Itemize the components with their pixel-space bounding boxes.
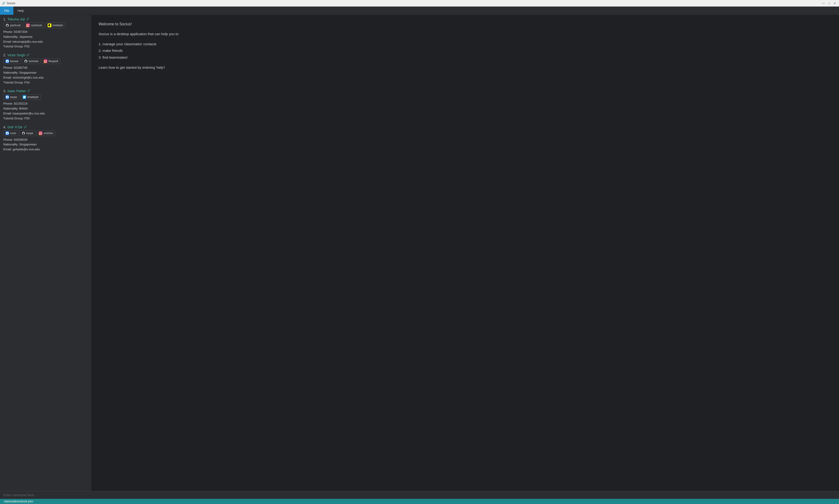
contact-number: 2. — [3, 53, 6, 57]
instagram-icon — [44, 59, 47, 63]
contact-detail-line: Phone: 92150219 — [3, 101, 88, 106]
instagram-icon — [26, 23, 30, 27]
contact-entry: 1.Tokuma Joji pactruck cashauto orieldam… — [3, 17, 88, 49]
social-handle: uniction — [44, 131, 53, 135]
contact-detail-line: Email: isaacparker@u.nus.edu — [3, 111, 88, 116]
welcome-description: Socius is a desktop application that can… — [99, 31, 832, 37]
github-icon — [5, 23, 9, 27]
social-handle: pactruck — [10, 24, 21, 27]
menu-bar: File Help — [0, 6, 839, 15]
title-bar-controls: — □ ✕ — [821, 1, 837, 6]
social-tags: taope shabbyte — [3, 94, 88, 100]
social-tag-facebook[interactable]: taope — [3, 94, 19, 100]
social-tag-github[interactable]: loorksla — [22, 58, 40, 64]
contact-name[interactable]: Goh Yi De — [7, 125, 22, 129]
social-tags: twoear loorksla flexpedl — [3, 58, 88, 64]
contact-detail: Phone: 82280746Nationality: SingaporeanE… — [3, 66, 88, 85]
social-tag-instagram[interactable]: uniction — [37, 130, 55, 136]
social-tag-github[interactable]: taope — [19, 130, 35, 136]
social-tag-snapchat[interactable]: orieldam — [46, 22, 65, 28]
contact-number: 4. — [3, 125, 6, 129]
bottom-bar: .\data\addressbook.json — [0, 491, 839, 504]
app-icon: 🔗 — [2, 2, 5, 5]
social-tag-facebook[interactable]: rozio — [3, 130, 18, 136]
title-bar-left: 🔗 Socius — [2, 2, 15, 5]
contact-header: 4.Goh Yi De — [3, 125, 88, 129]
social-handle: orieldam — [52, 24, 63, 27]
contact-detail-line: Tutorial Group: F04 — [3, 80, 88, 85]
contact-entry: 3.Isaac Parker taope shabbytePhone: 9215… — [3, 89, 88, 121]
main-content: 1.Tokuma Joji pactruck cashauto orieldam… — [0, 15, 839, 491]
contact-detail-line: Email: gohyide@u.nus.edu — [3, 147, 88, 152]
status-bar: .\data\addressbook.json — [0, 499, 839, 504]
contact-entry: 4.Goh Yi De rozio taope unictionPhone: 9… — [3, 125, 88, 152]
github-icon — [24, 59, 28, 63]
status-text: .\data\addressbook.json — [3, 500, 33, 503]
snapchat-icon — [48, 23, 51, 27]
welcome-list-item: 3. find teammates! — [99, 54, 832, 61]
contact-entry: 2.Victor Singh twoear loorksla flexpedlP… — [3, 53, 88, 85]
contact-number: 3. — [3, 89, 6, 93]
social-tag-instagram[interactable]: cashauto — [24, 22, 45, 28]
contact-header: 2.Victor Singh — [3, 53, 88, 57]
welcome-list-item: 2. make friends — [99, 47, 832, 54]
social-tag-twitter[interactable]: shabbyte — [20, 94, 41, 100]
link-icon[interactable] — [27, 53, 29, 57]
contact-name[interactable]: Tokuma Joji — [7, 17, 25, 21]
contact-detail: Phone: 93209530Nationality: SingaporeanE… — [3, 138, 88, 152]
contact-detail-line: Phone: 93387304 — [3, 30, 88, 35]
contact-detail-line: Email: victorsingh@u.nus.edu — [3, 75, 88, 80]
title-bar: 🔗 Socius — □ ✕ — [0, 0, 839, 6]
social-handle: shabbyte — [27, 95, 39, 99]
welcome-help: Learn how to get started by entering 'he… — [99, 66, 832, 69]
contact-detail-line: Nationality: British — [3, 106, 88, 111]
contact-detail-line: Nationality: Japanese — [3, 35, 88, 39]
social-handle: loorksla — [29, 59, 38, 63]
contact-header: 3.Isaac Parker — [3, 89, 88, 93]
social-handle: taope — [26, 131, 33, 135]
contact-detail-line: Phone: 93209530 — [3, 138, 88, 142]
welcome-panel: Welcome to Socius! Socius is a desktop a… — [91, 15, 839, 491]
command-input-container — [0, 491, 839, 499]
contact-header: 1.Tokuma Joji — [3, 17, 88, 21]
facebook-icon — [5, 59, 9, 63]
social-tags: pactruck cashauto orieldam — [3, 22, 88, 28]
social-tag-instagram[interactable]: flexpedl — [41, 58, 60, 64]
social-handle: cashauto — [31, 24, 42, 27]
welcome-list: 1. manage your classmates' contacts2. ma… — [99, 41, 832, 61]
link-icon[interactable] — [24, 125, 27, 129]
social-handle: flexpedl — [48, 59, 58, 63]
facebook-icon — [5, 131, 9, 135]
menu-item-help[interactable]: Help — [13, 6, 28, 15]
instagram-icon — [39, 131, 42, 135]
contact-detail: Phone: 92150219Nationality: BritishEmail… — [3, 101, 88, 121]
github-icon — [22, 131, 25, 135]
app-title: Socius — [7, 2, 15, 5]
social-tag-facebook[interactable]: twoear — [3, 58, 21, 64]
contact-detail: Phone: 93387304Nationality: JapaneseEmai… — [3, 30, 88, 49]
social-tags: rozio taope uniction — [3, 130, 88, 136]
contact-name[interactable]: Isaac Parker — [7, 89, 26, 93]
twitter-icon — [22, 95, 26, 99]
social-handle: rozio — [10, 131, 16, 135]
minimize-button[interactable]: — — [821, 1, 826, 6]
social-handle: twoear — [10, 59, 19, 63]
close-button[interactable]: ✕ — [833, 1, 837, 6]
contact-detail-line: Tutorial Group: F02 — [3, 44, 88, 49]
welcome-list-item: 1. manage your classmates' contacts — [99, 41, 832, 48]
contact-detail-line: Nationality: Singaporean — [3, 142, 88, 147]
contact-name[interactable]: Victor Singh — [7, 53, 25, 57]
link-icon[interactable] — [27, 89, 30, 93]
maximize-button[interactable]: □ — [827, 1, 832, 6]
contact-detail-line: Phone: 82280746 — [3, 66, 88, 70]
social-tag-github[interactable]: pactruck — [3, 22, 23, 28]
facebook-icon — [5, 95, 9, 99]
link-icon[interactable] — [26, 17, 29, 21]
contact-detail-line: Tutorial Group: F05 — [3, 116, 88, 121]
welcome-title: Welcome to Socius! — [99, 22, 832, 26]
contact-detail-line: Nationality: Singaporean — [3, 70, 88, 75]
menu-item-file[interactable]: File — [0, 6, 13, 15]
contact-list: 1.Tokuma Joji pactruck cashauto orieldam… — [0, 15, 91, 491]
contact-detail-line: Email: tokumajoji@u.nus.edu — [3, 39, 88, 44]
command-input[interactable] — [3, 493, 836, 497]
